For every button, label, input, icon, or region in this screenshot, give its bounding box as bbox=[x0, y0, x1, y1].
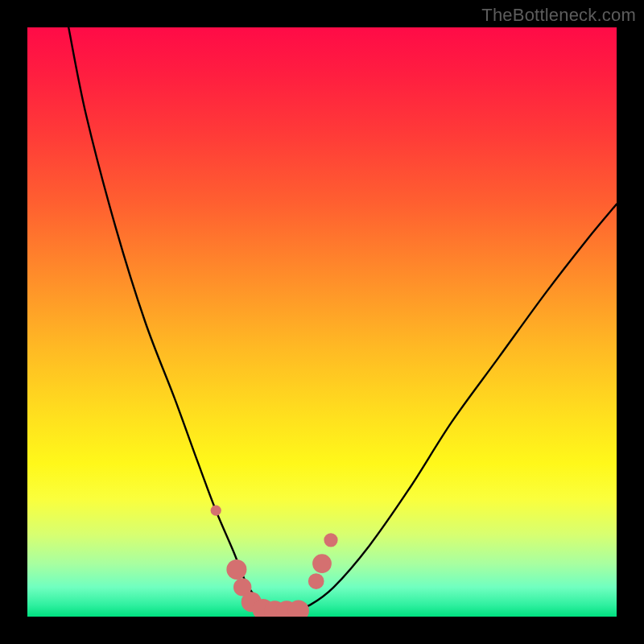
curve-marker bbox=[308, 573, 324, 589]
plot-area bbox=[27, 27, 617, 617]
curve-marker bbox=[324, 533, 337, 547]
curve-marker bbox=[312, 554, 332, 573]
curve-marker bbox=[211, 506, 221, 516]
chart-container: TheBottleneck.com bbox=[0, 0, 644, 644]
bottleneck-curve bbox=[68, 27, 617, 611]
watermark-text: TheBottleneck.com bbox=[481, 5, 636, 26]
curve-marker bbox=[226, 559, 246, 580]
curve-svg bbox=[27, 27, 617, 617]
